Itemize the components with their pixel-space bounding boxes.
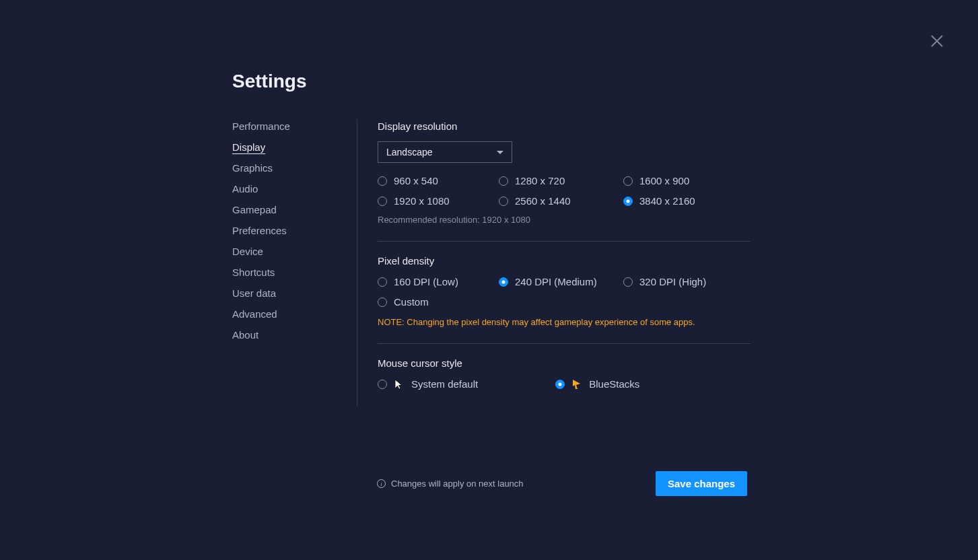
radio-label: BlueStacks: [589, 378, 639, 390]
resolution-radio-960x540[interactable]: 960 x 540: [378, 175, 499, 186]
sidebar-item-gamepad[interactable]: Gamepad: [232, 204, 277, 215]
sidebar-item-device[interactable]: Device: [232, 246, 263, 257]
pixel-density-title: Pixel density: [378, 255, 750, 267]
close-icon: [931, 35, 943, 47]
sidebar-item-performance[interactable]: Performance: [232, 120, 290, 132]
settings-footer: i Changes will apply on next launch Save…: [377, 471, 747, 496]
radio-icon: [378, 277, 387, 287]
radio-icon: [378, 197, 387, 206]
density-radio-320-dpi-high-[interactable]: 320 DPI (High): [623, 276, 744, 287]
radio-icon: [378, 380, 387, 389]
display-resolution-title: Display resolution: [378, 120, 750, 132]
resolution-radio-2560x1440[interactable]: 2560 x 1440: [499, 195, 623, 207]
radio-label: 3840 x 2160: [639, 195, 695, 207]
divider: [378, 343, 750, 344]
radio-icon: [623, 277, 633, 287]
recommended-resolution-hint: Recommended resolution: 1920 x 1080: [378, 215, 750, 225]
mouse-cursor-section: Mouse cursor style System defaultBlueSta…: [378, 357, 750, 390]
radio-icon: [555, 380, 565, 389]
footer-info-text: Changes will apply on next launch: [391, 479, 524, 489]
radio-label: 240 DPI (Medium): [515, 276, 597, 287]
mouse-cursor-title: Mouse cursor style: [378, 357, 750, 369]
sidebar-item-about[interactable]: About: [232, 329, 258, 341]
sidebar-item-graphics[interactable]: Graphics: [232, 162, 273, 174]
vertical-divider: [357, 119, 357, 406]
orientation-dropdown[interactable]: Landscape: [378, 141, 512, 163]
sidebar-item-advanced[interactable]: Advanced: [232, 308, 277, 320]
sidebar-item-preferences[interactable]: Preferences: [232, 225, 287, 236]
radio-label: 1280 x 720: [515, 175, 565, 186]
radio-label: 2560 x 1440: [515, 195, 571, 207]
info-icon: i: [377, 479, 386, 488]
pixel-density-options: 160 DPI (Low)240 DPI (Medium)320 DPI (Hi…: [378, 276, 750, 308]
caret-down-icon: [497, 151, 503, 154]
mouse-cursor-options: System defaultBlueStacks: [378, 378, 750, 390]
divider: [378, 241, 750, 242]
radio-label: 960 x 540: [394, 175, 438, 186]
radio-icon: [499, 197, 508, 206]
radio-icon: [499, 277, 508, 287]
radio-icon: [623, 176, 633, 186]
radio-label: 1600 x 900: [639, 175, 689, 186]
radio-label: System default: [411, 378, 478, 390]
radio-label: Custom: [394, 296, 429, 308]
radio-label: 320 DPI (High): [639, 276, 706, 287]
resolution-options: 960 x 5401280 x 7201600 x 9001920 x 1080…: [378, 175, 750, 207]
resolution-radio-1280x720[interactable]: 1280 x 720: [499, 175, 623, 186]
radio-icon: [378, 176, 387, 186]
sidebar-item-display[interactable]: Display: [232, 141, 265, 153]
orientation-selected-label: Landscape: [386, 147, 433, 158]
radio-icon: [499, 176, 508, 186]
display-resolution-section: Display resolution Landscape 960 x 54012…: [378, 120, 750, 225]
footer-info: i Changes will apply on next launch: [377, 479, 524, 489]
save-changes-button[interactable]: Save changes: [656, 471, 747, 496]
density-radio-custom[interactable]: Custom: [378, 296, 499, 308]
radio-icon: [623, 197, 633, 206]
settings-sidebar: PerformanceDisplayGraphicsAudioGamepadPr…: [232, 119, 357, 406]
page-title: Settings: [232, 71, 750, 92]
radio-label: 1920 x 1080: [394, 195, 450, 207]
pixel-density-section: Pixel density 160 DPI (Low)240 DPI (Medi…: [378, 255, 750, 327]
sidebar-item-shortcuts[interactable]: Shortcuts: [232, 267, 275, 278]
system-cursor-icon: [394, 379, 405, 390]
cursor-radio-bluestacks[interactable]: BlueStacks: [555, 378, 639, 390]
density-radio-160-dpi-low-[interactable]: 160 DPI (Low): [378, 276, 499, 287]
sidebar-item-user-data[interactable]: User data: [232, 287, 276, 299]
sidebar-item-audio[interactable]: Audio: [232, 183, 258, 195]
resolution-radio-1600x900[interactable]: 1600 x 900: [623, 175, 744, 186]
radio-label: 160 DPI (Low): [394, 276, 458, 287]
close-button[interactable]: [931, 35, 943, 47]
cursor-radio-system-default[interactable]: System default: [378, 378, 478, 390]
bluestacks-cursor-icon: [571, 379, 582, 390]
radio-icon: [378, 298, 387, 307]
pixel-density-note: NOTE: Changing the pixel density may aff…: [378, 317, 750, 327]
settings-content: Display resolution Landscape 960 x 54012…: [378, 119, 750, 406]
resolution-radio-3840x2160[interactable]: 3840 x 2160: [623, 195, 744, 207]
resolution-radio-1920x1080[interactable]: 1920 x 1080: [378, 195, 499, 207]
density-radio-240-dpi-medium-[interactable]: 240 DPI (Medium): [499, 276, 623, 287]
